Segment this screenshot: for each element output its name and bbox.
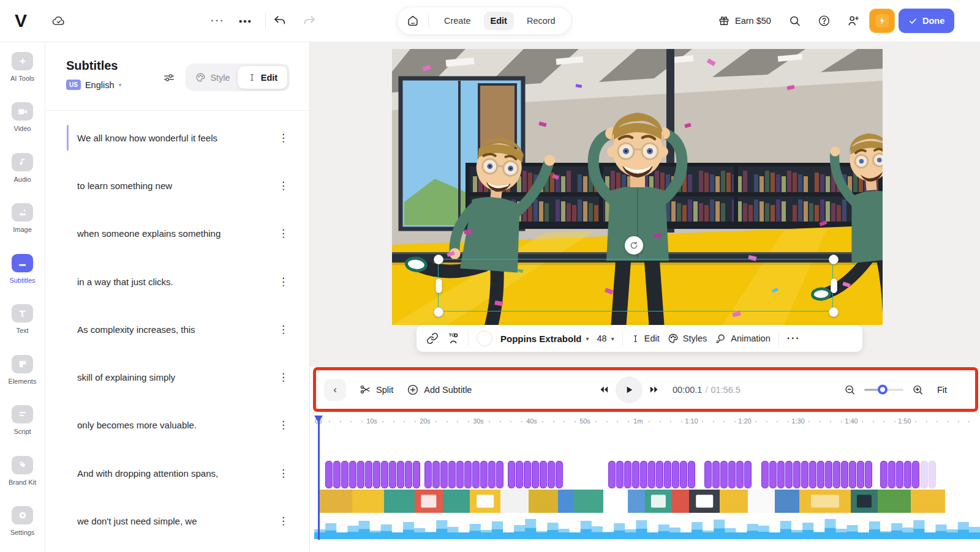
subtitle-settings-icon[interactable] <box>162 71 176 84</box>
video-frame-thumbnail[interactable] <box>415 490 443 513</box>
subtitle-clip[interactable] <box>833 461 840 488</box>
tab-record[interactable]: Record <box>520 12 562 30</box>
subtitle-clip[interactable] <box>616 461 624 488</box>
zoom-in-icon[interactable] <box>912 384 924 395</box>
done-button[interactable]: Done <box>899 9 954 33</box>
subtitle-clip[interactable] <box>793 461 801 488</box>
zoom-slider-handle[interactable] <box>878 385 888 395</box>
resize-handle-bottom-left[interactable] <box>434 307 443 317</box>
resize-handle-bottom-right[interactable] <box>829 307 839 317</box>
subtitle-row[interactable]: to learn something new⋮ <box>45 162 309 209</box>
video-frame-thumbnail[interactable] <box>500 490 529 513</box>
row-menu-button[interactable]: ⋮ <box>273 416 293 434</box>
subtitle-clip[interactable] <box>496 461 503 488</box>
subtitle-clip[interactable] <box>608 461 616 488</box>
subtitle-clip[interactable] <box>413 461 420 488</box>
ellipsis-menu-button[interactable]: ··· <box>211 15 225 27</box>
video-frame-thumbnail[interactable] <box>470 490 500 513</box>
subtitle-clip[interactable] <box>785 461 793 488</box>
styles-button[interactable]: Styles <box>668 333 707 344</box>
text-color-swatch[interactable] <box>477 330 492 346</box>
subtitle-clip[interactable] <box>556 461 563 488</box>
subtitle-clip[interactable] <box>472 461 480 488</box>
subtitle-clip[interactable] <box>801 461 809 488</box>
undo-button[interactable] <box>273 14 287 28</box>
subtitle-clip[interactable] <box>849 461 856 488</box>
subtitle-clip[interactable] <box>728 461 736 488</box>
video-frame-thumbnail[interactable] <box>558 490 574 513</box>
video-frame-thumbnail[interactable] <box>384 490 415 513</box>
tab-edit[interactable]: Edit <box>238 66 287 89</box>
cloud-save-icon[interactable] <box>51 13 66 28</box>
subtitle-clip[interactable] <box>912 461 919 488</box>
play-button[interactable] <box>616 376 643 403</box>
app-logo[interactable]: V <box>15 10 26 31</box>
subtitle-clip[interactable] <box>744 461 752 488</box>
subtitle-row[interactable]: when someone explains something⋮ <box>45 210 309 258</box>
subtitle-clip[interactable] <box>720 461 728 488</box>
video-frame-thumbnail[interactable] <box>645 490 672 513</box>
subtitle-clip[interactable] <box>896 461 903 488</box>
row-menu-button[interactable]: ⋮ <box>273 321 293 338</box>
link-icon[interactable] <box>426 332 439 345</box>
subtitle-clip[interactable] <box>904 461 911 488</box>
subtitle-row[interactable]: we don't just need simple, we⋮ <box>45 497 309 545</box>
subtitle-clip[interactable] <box>464 461 472 488</box>
fast-forward-button[interactable] <box>649 384 659 395</box>
row-menu-button[interactable]: ⋮ <box>273 464 293 482</box>
search-icon[interactable] <box>788 15 801 28</box>
subtitle-clip[interactable] <box>761 461 769 488</box>
subtitle-clip[interactable] <box>448 461 456 488</box>
rewind-button[interactable] <box>599 384 609 395</box>
subtitle-row[interactable]: And with dropping attention spans,⋮ <box>45 449 309 497</box>
subtitle-clip[interactable] <box>456 461 464 488</box>
resize-handle-right[interactable] <box>831 278 837 293</box>
audio-waveform[interactable] <box>314 513 980 539</box>
video-frame-thumbnail[interactable] <box>352 490 384 513</box>
resize-handle-top-left[interactable] <box>434 255 443 264</box>
video-frame-thumbnail[interactable] <box>878 490 911 513</box>
subtitle-clip[interactable] <box>680 461 687 488</box>
subtitle-clip[interactable] <box>648 461 655 488</box>
video-frame-thumbnail[interactable] <box>672 490 689 513</box>
subtitle-clip[interactable] <box>921 461 928 488</box>
subtitle-clip[interactable] <box>373 461 380 488</box>
redo-button[interactable] <box>303 14 316 28</box>
fit-button[interactable]: Fit <box>937 385 947 395</box>
video-frame-thumbnail[interactable] <box>318 490 352 513</box>
subtitle-clip[interactable] <box>809 461 816 488</box>
sidebar-item-ai-tools[interactable]: AI Tools <box>0 42 45 92</box>
subtitle-clip[interactable] <box>548 461 555 488</box>
collapse-timeline-button[interactable]: ‹ <box>324 379 346 401</box>
edit-text-button[interactable]: Edit <box>631 334 660 343</box>
subtitle-clip[interactable] <box>640 461 647 488</box>
animation-button[interactable]: Animation <box>715 333 770 345</box>
subtitle-clip[interactable] <box>704 461 712 488</box>
sidebar-item-audio[interactable]: Audio <box>0 143 45 193</box>
row-menu-button[interactable]: ⋮ <box>273 129 293 147</box>
apply-to-all-icon[interactable]: TO <box>447 332 460 345</box>
resize-handle-left[interactable] <box>435 278 442 293</box>
sidebar-item-text[interactable]: Text <box>0 294 45 345</box>
subtitle-row[interactable]: As complexity increases, this⋮ <box>45 305 309 353</box>
subtitle-clip[interactable] <box>929 461 936 488</box>
subtitle-clip[interactable] <box>857 461 864 488</box>
subtitle-clip[interactable] <box>357 461 364 488</box>
font-family-dropdown[interactable]: Poppins Extrabold ▾ <box>500 334 589 344</box>
subtitle-clip[interactable] <box>736 461 744 488</box>
subtitle-clip[interactable] <box>688 461 695 488</box>
row-menu-button[interactable]: ⋮ <box>273 177 293 195</box>
video-frame-thumbnail[interactable] <box>775 490 799 513</box>
subtitle-clip[interactable] <box>397 461 404 488</box>
subtitle-clip[interactable] <box>672 461 679 488</box>
video-frame-thumbnail[interactable] <box>628 490 645 513</box>
subtitle-clip[interactable] <box>656 461 663 488</box>
subtitle-clip[interactable] <box>381 461 388 488</box>
sidebar-item-elements[interactable]: Elements <box>0 345 45 395</box>
help-icon[interactable] <box>818 15 831 28</box>
video-frame-thumbnail[interactable] <box>851 490 878 513</box>
sidebar-item-subtitles[interactable]: Subtitles <box>0 244 45 294</box>
font-size-dropdown[interactable]: 48 ▾ <box>597 334 614 343</box>
subtitle-clip[interactable] <box>712 461 720 488</box>
subtitle-clip[interactable] <box>540 461 547 488</box>
